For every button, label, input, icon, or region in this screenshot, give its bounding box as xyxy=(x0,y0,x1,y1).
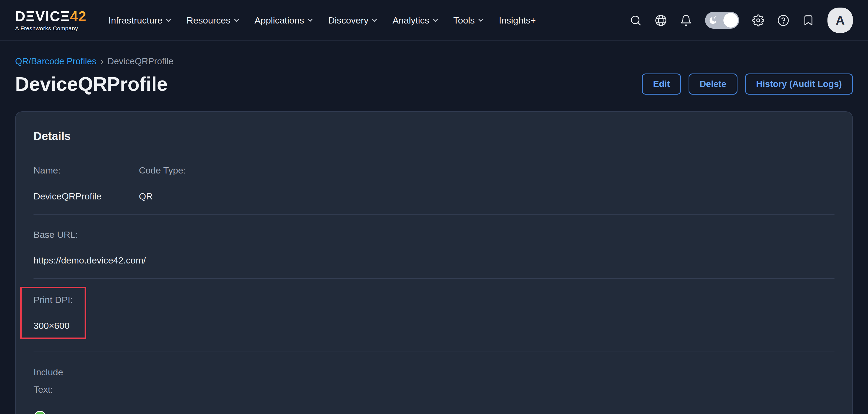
chevron-down-icon xyxy=(166,17,171,22)
name-codetype-row: Name: DeviceQRProfile Code Type: QR xyxy=(33,162,835,201)
toggle-knob xyxy=(723,13,738,28)
edit-button[interactable]: Edit xyxy=(642,73,681,95)
print-dpi-label: Print DPI: xyxy=(33,291,73,309)
name-value: DeviceQRProfile xyxy=(33,191,139,201)
base-url-field: Base URL: https://demo.device42.com/ xyxy=(33,226,835,266)
page-content: QR/Barcode Profiles › DeviceQRProfile De… xyxy=(0,56,868,414)
base-url-label: Base URL: xyxy=(33,226,835,244)
code-type-label: Code Type: xyxy=(139,162,244,179)
nav-item-analytics[interactable]: Analytics xyxy=(392,15,437,26)
breadcrumb-current: DeviceQRProfile xyxy=(107,56,174,66)
logo-accent-42: 42 xyxy=(70,8,87,24)
name-label: Name: xyxy=(33,162,139,179)
divider xyxy=(33,214,835,215)
history-audit-logs-button[interactable]: History (Audit Logs) xyxy=(745,73,853,95)
moon-icon xyxy=(708,15,718,26)
help-icon[interactable] xyxy=(777,14,789,27)
nav-item-applications[interactable]: Applications xyxy=(254,15,312,26)
divider xyxy=(33,278,835,279)
breadcrumb-separator: › xyxy=(100,56,103,66)
chevron-down-icon xyxy=(308,17,312,22)
print-dpi-value: 300×600 xyxy=(33,320,73,331)
logo-tagline: A Freshworks Company xyxy=(15,25,87,32)
chevron-down-icon xyxy=(234,17,239,22)
action-buttons: Edit Delete History (Audit Logs) xyxy=(642,73,853,95)
main-nav: Infrastructure Resources Applications Di… xyxy=(108,15,536,26)
header-icon-strip: A xyxy=(630,7,853,33)
bell-icon[interactable] xyxy=(680,14,692,27)
print-dpi-highlight-box: Print DPI: 300×600 xyxy=(20,287,86,339)
chevron-down-icon xyxy=(372,17,377,22)
include-text-value xyxy=(33,411,835,414)
include-text-label: Include Text: xyxy=(33,363,77,398)
nav-item-insights[interactable]: Insights+ xyxy=(499,15,536,26)
name-field: Name: DeviceQRProfile xyxy=(33,162,139,201)
nav-item-resources[interactable]: Resources xyxy=(186,15,238,26)
gear-icon[interactable] xyxy=(752,14,764,27)
base-url-value: https://demo.device42.com/ xyxy=(33,255,835,266)
bookmark-icon[interactable] xyxy=(802,14,814,27)
theme-toggle[interactable] xyxy=(705,12,739,29)
details-heading: Details xyxy=(33,130,835,143)
breadcrumb: QR/Barcode Profiles › DeviceQRProfile xyxy=(15,56,853,66)
chevron-down-icon xyxy=(478,17,483,22)
code-type-field: Code Type: QR xyxy=(139,162,244,201)
top-nav-bar: DΞVICΞ42 A Freshworks Company Infrastruc… xyxy=(0,0,868,41)
title-row: DeviceQRProfile Edit Delete History (Aud… xyxy=(15,73,853,95)
device42-logo[interactable]: DΞVICΞ42 A Freshworks Company xyxy=(15,9,87,32)
user-avatar[interactable]: A xyxy=(828,7,853,33)
nav-item-infrastructure[interactable]: Infrastructure xyxy=(108,15,170,26)
delete-button[interactable]: Delete xyxy=(688,73,738,95)
check-circle-icon xyxy=(33,411,46,414)
include-text-field: Include Text: xyxy=(33,363,835,414)
logo-text: DΞVICΞ42 xyxy=(15,9,87,23)
details-card: Details Name: DeviceQRProfile Code Type:… xyxy=(15,112,853,414)
nav-item-discovery[interactable]: Discovery xyxy=(328,15,376,26)
breadcrumb-parent-link[interactable]: QR/Barcode Profiles xyxy=(15,56,96,66)
chevron-down-icon xyxy=(433,17,438,22)
avatar-initial: A xyxy=(836,13,844,28)
nav-item-tools[interactable]: Tools xyxy=(454,15,483,26)
search-icon[interactable] xyxy=(630,14,642,27)
print-dpi-field: Print DPI: 300×600 xyxy=(33,290,835,339)
code-type-value: QR xyxy=(139,191,244,201)
page-title: DeviceQRProfile xyxy=(15,73,167,95)
divider xyxy=(33,352,835,352)
globe-icon[interactable] xyxy=(655,14,667,27)
